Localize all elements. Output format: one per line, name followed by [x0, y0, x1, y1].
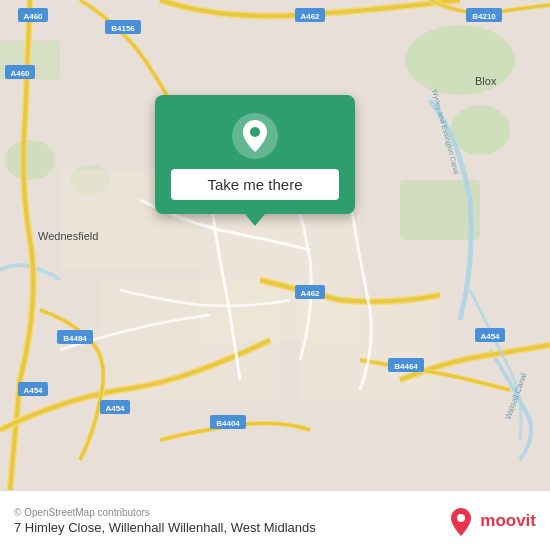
svg-text:A462: A462 — [300, 289, 320, 298]
popup-card: Take me there — [155, 95, 355, 214]
svg-point-1 — [405, 25, 515, 95]
footer: © OpenStreetMap contributors 7 Himley Cl… — [0, 490, 550, 550]
svg-text:Wednesfield: Wednesfield — [38, 230, 98, 242]
svg-text:B4464: B4464 — [394, 362, 418, 371]
svg-text:A454: A454 — [23, 386, 43, 395]
take-me-there-button[interactable]: Take me there — [171, 169, 339, 200]
moovit-logo: moovit — [446, 506, 536, 536]
svg-point-39 — [250, 127, 260, 137]
map-container: A460 B4156 A462 B4210 A460 Blox Wednesfi… — [0, 0, 550, 490]
address-text: 7 Himley Close, Willenhall Willenhall, W… — [14, 520, 316, 535]
svg-point-2 — [450, 105, 510, 155]
moovit-icon — [446, 506, 476, 536]
svg-text:A454: A454 — [105, 404, 125, 413]
svg-text:A462: A462 — [300, 12, 320, 21]
svg-text:A460: A460 — [10, 69, 30, 78]
svg-text:B4210: B4210 — [472, 12, 496, 21]
svg-text:B4404: B4404 — [216, 419, 240, 428]
svg-text:B4156: B4156 — [111, 24, 135, 33]
svg-point-40 — [457, 514, 465, 522]
svg-text:Blox: Blox — [475, 75, 497, 87]
svg-text:A454: A454 — [480, 332, 500, 341]
svg-text:A460: A460 — [23, 12, 43, 21]
copyright-text: © OpenStreetMap contributors — [14, 507, 316, 518]
footer-left: © OpenStreetMap contributors 7 Himley Cl… — [14, 507, 316, 535]
svg-text:B4484: B4484 — [63, 334, 87, 343]
svg-point-4 — [5, 140, 55, 180]
moovit-text: moovit — [480, 511, 536, 531]
location-icon — [232, 113, 278, 159]
